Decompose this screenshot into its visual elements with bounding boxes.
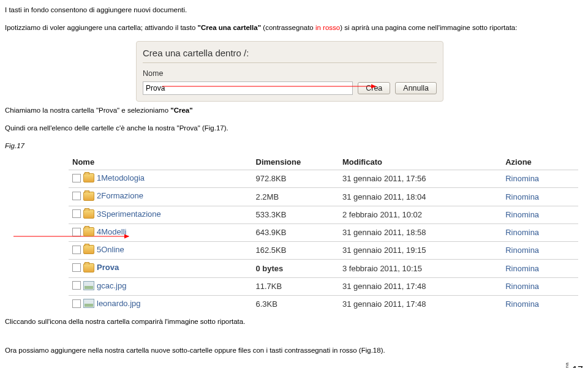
- col-action: Azione: [502, 154, 578, 170]
- row-size: 0 bytes: [252, 260, 339, 277]
- row-action[interactable]: Rinomina: [502, 260, 578, 277]
- row-size: 11.7KB: [252, 277, 339, 295]
- folder-icon[interactable]: [83, 263, 94, 272]
- row-mod: 31 gennaio 2011, 17:48: [339, 277, 502, 295]
- col-mod: Modificato: [339, 154, 502, 170]
- row-checkbox[interactable]: [72, 228, 81, 236]
- row-name[interactable]: 5Online: [97, 244, 124, 256]
- image-icon[interactable]: [83, 281, 94, 290]
- image-icon[interactable]: [83, 299, 94, 308]
- folder-icon[interactable]: [83, 209, 94, 219]
- file-listing: Nome Dimensione Modificato Azione 1Metod…: [69, 154, 578, 314]
- name-label: Nome: [143, 68, 437, 80]
- row-checkbox[interactable]: [72, 281, 81, 290]
- row-size: 6.3KB: [252, 295, 339, 313]
- table-row: 4Modelli643.9KB31 gennaio 2011, 18:58Rin…: [69, 223, 578, 241]
- row-size: 533.3KB: [252, 206, 339, 223]
- row-name[interactable]: 3Sperimentazione: [97, 208, 161, 220]
- row-name[interactable]: gcac.jpg: [97, 280, 126, 292]
- create-folder-panel: Crea una cartella dentro /: Nome Crea An…: [136, 41, 443, 102]
- intro-1: I tasti in fondo consentono di aggiunger…: [5, 5, 573, 15]
- row-size: 972.8KB: [252, 170, 339, 188]
- row-name[interactable]: leonardo.jpg: [97, 298, 141, 310]
- row-checkbox[interactable]: [72, 174, 81, 182]
- row-mod: 2 febbraio 2011, 10:02: [339, 206, 502, 223]
- table-row: 1Metodologia972.8KB31 gennaio 2011, 17:5…: [69, 170, 578, 188]
- table-row: 5Online162.5KB31 gennaio 2011, 19:15Rino…: [69, 242, 578, 260]
- row-checkbox[interactable]: [72, 209, 81, 218]
- row-mod: 31 gennaio 2011, 19:15: [339, 242, 502, 260]
- folder-icon[interactable]: [83, 227, 94, 236]
- row-mod: 31 gennaio 2011, 17:48: [339, 295, 502, 313]
- folder-icon[interactable]: [83, 192, 94, 201]
- panel-title: Crea una cartella dentro /:: [143, 47, 437, 61]
- row-mod: 3 febbraio 2011, 10:15: [339, 260, 502, 277]
- file-table: Nome Dimensione Modificato Azione 1Metod…: [69, 154, 578, 314]
- row-action[interactable]: Rinomina: [502, 188, 578, 206]
- para-3: Chiamiamo la nostra cartella "Prova" e s…: [5, 105, 573, 116]
- row-mod: 31 gennaio 2011, 18:58: [339, 223, 502, 241]
- table-row: gcac.jpg11.7KB31 gennaio 2011, 17:48Rino…: [69, 277, 578, 295]
- para-5: Cliccando sull'icona della nostra cartel…: [5, 317, 573, 327]
- row-action[interactable]: Rinomina: [502, 170, 578, 188]
- para-6: Ora possiamo aggiungere nella nostra car…: [5, 345, 573, 356]
- row-action[interactable]: Rinomina: [502, 223, 578, 241]
- row-mod: 31 gennaio 2011, 18:04: [339, 188, 502, 206]
- row-checkbox[interactable]: [72, 246, 81, 254]
- col-size: Dimensione: [252, 154, 339, 170]
- row-checkbox[interactable]: [72, 299, 81, 308]
- row-name[interactable]: 4Modelli: [97, 226, 126, 238]
- page-number: Pagina17: [564, 362, 583, 368]
- create-button[interactable]: Crea: [358, 82, 390, 94]
- row-checkbox[interactable]: [72, 263, 81, 272]
- row-action[interactable]: Rinomina: [502, 242, 578, 260]
- para-4: Quindi ora nell'elenco delle cartelle c'…: [5, 123, 573, 133]
- row-name[interactable]: Prova: [97, 261, 119, 274]
- folder-name-input[interactable]: [143, 81, 353, 95]
- table-row: 2Formazione2.2MB31 gennaio 2011, 18:04Ri…: [69, 188, 578, 206]
- cancel-button[interactable]: Annulla: [395, 82, 437, 94]
- row-size: 2.2MB: [252, 188, 339, 206]
- table-row: 3Sperimentazione533.3KB2 febbraio 2011, …: [69, 206, 578, 223]
- table-row: leonardo.jpg6.3KB31 gennaio 2011, 17:48R…: [69, 295, 578, 313]
- row-action[interactable]: Rinomina: [502, 277, 578, 295]
- row-name[interactable]: 1Metodologia: [97, 172, 145, 184]
- row-checkbox[interactable]: [72, 192, 81, 200]
- folder-icon[interactable]: [83, 173, 94, 182]
- table-row: Prova0 bytes3 febbraio 2011, 10:15Rinomi…: [69, 260, 578, 277]
- col-name: Nome: [69, 154, 252, 170]
- row-size: 162.5KB: [252, 242, 339, 260]
- row-name[interactable]: 2Formazione: [97, 190, 143, 202]
- intro-2: Ipotizziamo di voler aggiungere una cart…: [5, 23, 573, 33]
- fig17-label: Fig.17: [5, 141, 573, 151]
- row-action[interactable]: Rinomina: [502, 295, 578, 313]
- folder-icon[interactable]: [83, 245, 94, 254]
- divider: [143, 62, 437, 63]
- row-size: 643.9KB: [252, 223, 339, 241]
- row-mod: 31 gennaio 2011, 17:56: [339, 170, 502, 188]
- row-action[interactable]: Rinomina: [502, 206, 578, 223]
